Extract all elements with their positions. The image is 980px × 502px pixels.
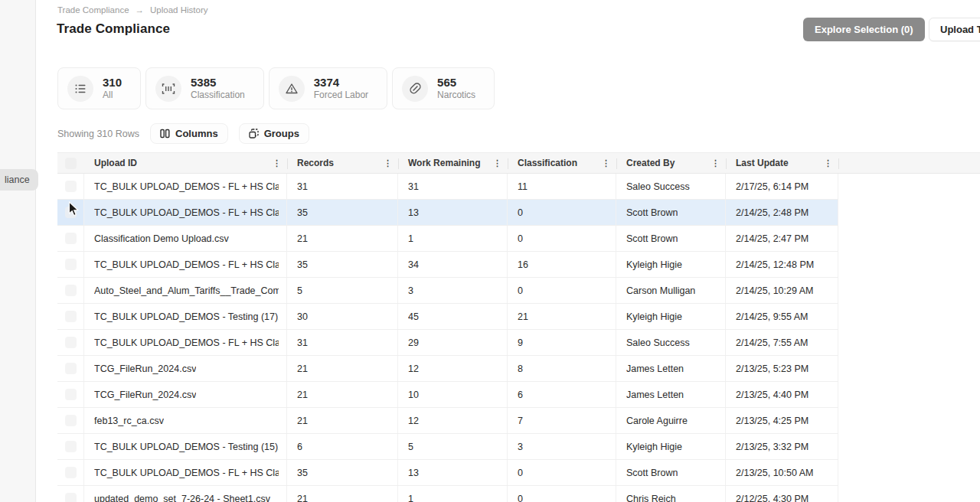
cell-work-remaining: 10 (398, 382, 508, 407)
list-icon (67, 76, 93, 102)
cell-classification: 7 (508, 408, 616, 433)
column-header-classification[interactable]: Classification⋮ (508, 153, 616, 173)
stat-card[interactable]: 3374 Forced Labor (269, 67, 387, 109)
checkbox-placeholder[interactable] (65, 415, 77, 426)
cell-created-by: James Letten (616, 382, 726, 407)
stat-card[interactable]: 565 Narcotics (392, 67, 495, 109)
checkbox-placeholder[interactable] (65, 233, 77, 244)
cell-records: 31 (287, 174, 398, 199)
warning-triangle-icon (279, 76, 305, 102)
row-checkbox[interactable] (57, 330, 84, 355)
row-checkbox[interactable] (57, 226, 84, 251)
cell-last-update: 2/17/25, 6:14 PM (726, 174, 838, 199)
cell-upload-id: feb13_rc_ca.csv (84, 408, 287, 433)
column-menu-icon[interactable]: ⋮ (490, 158, 505, 169)
stat-value: 310 (103, 76, 122, 90)
row-checkbox[interactable] (57, 434, 84, 459)
checkbox-placeholder[interactable] (65, 285, 77, 296)
select-all-checkbox[interactable] (57, 153, 84, 173)
checkbox-placeholder[interactable] (65, 337, 77, 348)
row-checkbox[interactable] (57, 304, 84, 329)
column-header-created-by[interactable]: Created By⋮ (616, 153, 726, 173)
cell-created-by: Scott Brown (616, 200, 726, 225)
cell-created-by: Kyleigh Higie (616, 252, 726, 277)
stat-value: 5385 (191, 76, 245, 90)
table-row[interactable]: TC_BULK UPLOAD_DEMOS - Testing (17).csv … (57, 304, 838, 330)
table-row[interactable]: TC_BULK UPLOAD_DEMOS - FL + HS Class (8)… (57, 174, 838, 200)
cell-upload-id: Classification Demo Upload.csv (84, 226, 287, 251)
row-checkbox[interactable] (57, 252, 84, 277)
table-row[interactable]: TC_BULK UPLOAD_DEMOS - FL + HS Class .cs… (57, 200, 838, 226)
columns-button[interactable]: Columns (150, 123, 228, 144)
checkbox-placeholder[interactable] (65, 363, 77, 374)
collapsed-sidebar[interactable] (0, 0, 36, 502)
column-header-upload-id[interactable]: Upload ID⋮ (84, 153, 287, 173)
showing-rows-label: Showing 310 Rows (57, 129, 139, 139)
sidebar-tooltip: liance (0, 169, 38, 191)
cell-records: 21 (287, 226, 398, 251)
column-header-label: Upload ID (94, 158, 137, 168)
column-header-last-update[interactable]: Last Update⋮ (726, 153, 838, 173)
checkbox-placeholder[interactable] (65, 311, 77, 322)
cell-records: 21 (287, 486, 398, 502)
cell-records: 31 (287, 330, 398, 355)
cell-records: 5 (287, 278, 398, 303)
row-checkbox[interactable] (57, 356, 84, 381)
row-checkbox[interactable] (57, 278, 84, 303)
cell-work-remaining: 13 (398, 460, 508, 485)
row-checkbox[interactable] (57, 408, 84, 433)
column-menu-icon[interactable]: ⋮ (708, 158, 723, 169)
table-row[interactable]: TC_BULK UPLOAD_DEMOS - FL + HS Class (11… (57, 252, 838, 278)
checkbox-placeholder[interactable] (65, 493, 77, 502)
table-row[interactable]: TCG_FileRun_2024.csv 21 10 6 James Lette… (57, 382, 838, 408)
cell-classification: 0 (508, 460, 616, 485)
breadcrumb-arrow-icon: → (136, 5, 145, 15)
table-row[interactable]: TC_BULK UPLOAD_DEMOS - FL + HS Class (8)… (57, 330, 838, 356)
table-row[interactable]: TCG_FileRun_2024.csv 21 12 8 James Lette… (57, 356, 838, 382)
cell-last-update: 2/13/25, 5:23 PM (726, 356, 838, 381)
cell-classification: 6 (508, 382, 616, 407)
column-header-work-remaining[interactable]: Work Remaining⋮ (398, 153, 508, 173)
breadcrumb-item-trade-compliance[interactable]: Trade Compliance (57, 5, 129, 15)
checkbox-placeholder[interactable] (65, 158, 77, 169)
row-checkbox[interactable] (57, 382, 84, 407)
table-row[interactable]: updated_demo_set_7-26-24 - Sheet1.csv 21… (57, 486, 838, 502)
table-row[interactable]: TC_BULK UPLOAD_DEMOS - FL + HS Class .cs… (57, 460, 838, 486)
table-body: TC_BULK UPLOAD_DEMOS - FL + HS Class (8)… (57, 174, 980, 502)
checkbox-placeholder[interactable] (65, 441, 77, 452)
column-menu-icon[interactable]: ⋮ (270, 158, 284, 169)
cell-records: 35 (287, 460, 398, 485)
checkbox-placeholder[interactable] (65, 259, 77, 270)
column-menu-icon[interactable]: ⋮ (381, 158, 395, 169)
cell-upload-id: TCG_FileRun_2024.csv (84, 356, 287, 381)
breadcrumb: Trade Compliance → Upload History (57, 5, 207, 15)
checkbox-placeholder[interactable] (65, 181, 77, 192)
cell-created-by: Chris Reich (616, 486, 726, 502)
row-checkbox[interactable] (57, 174, 84, 199)
stat-card[interactable]: 310 All (57, 67, 141, 109)
upload-trade-button[interactable]: Upload Tr (929, 18, 980, 41)
stat-card[interactable]: 5385 Classification (145, 67, 264, 109)
column-header-records[interactable]: Records⋮ (287, 153, 398, 173)
cell-records: 6 (287, 434, 398, 459)
table-row[interactable]: feb13_rc_ca.csv 21 12 7 Carole Aguirre 2… (57, 408, 838, 434)
column-menu-icon[interactable]: ⋮ (821, 158, 835, 169)
checkbox-placeholder[interactable] (65, 467, 77, 478)
row-checkbox[interactable] (57, 460, 84, 485)
table-row[interactable]: Auto_Steel_and_Alum_Tariffs__Trade_Compl… (57, 278, 838, 304)
table-header-row: Upload ID⋮Records⋮Work Remaining⋮Classif… (57, 152, 980, 174)
column-menu-icon[interactable]: ⋮ (599, 158, 613, 169)
table-row[interactable]: TC_BULK UPLOAD_DEMOS - Testing (15).csv … (57, 434, 838, 460)
checkbox-placeholder[interactable] (65, 389, 77, 400)
cell-records: 21 (287, 408, 398, 433)
checkbox-placeholder[interactable] (65, 207, 77, 218)
explore-selection-button[interactable]: Explore Selection (0) (803, 18, 925, 41)
cell-work-remaining: 12 (398, 408, 508, 433)
row-checkbox[interactable] (57, 200, 84, 225)
upload-history-table: Upload ID⋮Records⋮Work Remaining⋮Classif… (57, 152, 980, 502)
table-row[interactable]: Classification Demo Upload.csv 21 1 0 Sc… (57, 226, 838, 252)
cell-records: 21 (287, 356, 398, 381)
breadcrumb-item-upload-history[interactable]: Upload History (150, 5, 207, 15)
groups-button[interactable]: Groups (239, 123, 309, 144)
row-checkbox[interactable] (57, 486, 84, 502)
